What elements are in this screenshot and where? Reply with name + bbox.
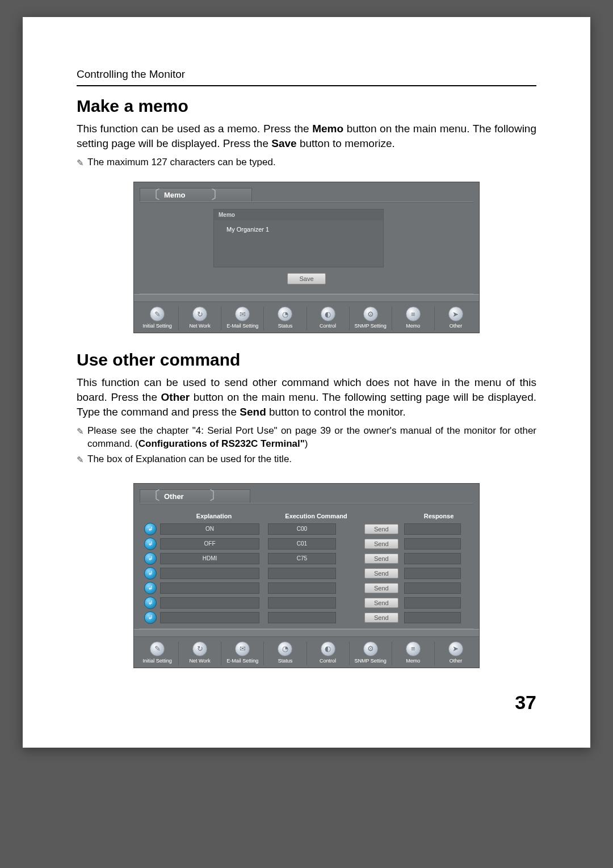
tab-area: 〔 Other 〕 <box>134 484 479 503</box>
table-header: Explanation Execution Command Response <box>143 510 473 522</box>
command-input[interactable]: C00 <box>268 523 336 535</box>
mail-sphere-icon: ✉ <box>235 307 250 321</box>
row-sphere-icon[interactable]: ↲ <box>144 523 157 535</box>
row-sphere-icon[interactable]: ↲ <box>144 597 157 609</box>
command-input[interactable]: C75 <box>268 553 336 564</box>
nav-status[interactable]: ◔Status <box>264 307 306 330</box>
nav-status[interactable]: ◔Status <box>264 641 306 665</box>
nav-memo[interactable]: ≡Memo <box>392 641 435 665</box>
command-input[interactable] <box>268 597 336 609</box>
bracket-icon: 〕 <box>211 191 223 199</box>
explanation-input[interactable]: OFF <box>160 538 259 550</box>
send-button[interactable]: Send <box>364 539 398 549</box>
row-sphere-icon[interactable]: ↲ <box>144 611 157 624</box>
bracket-icon: 〕 <box>209 492 221 500</box>
send-button[interactable]: Send <box>364 598 398 608</box>
document-page: Controlling the Monitor Make a memo This… <box>23 17 590 748</box>
command-input[interactable] <box>268 612 336 623</box>
body-use-other: This function can be used to send other … <box>77 375 536 419</box>
memo-sphere-icon: ≡ <box>406 307 421 321</box>
response-output <box>404 582 461 594</box>
memo-panel-head: Memo <box>214 209 383 220</box>
table-row: ↲ Send <box>143 596 473 610</box>
control-sphere-icon: ◐ <box>321 641 335 656</box>
thick-divider <box>134 294 479 302</box>
note-serial-port: ✎ Please see the chapter "4: Serial Port… <box>77 425 536 451</box>
col-header-explanation: Explanation <box>160 513 268 519</box>
nav-control[interactable]: ◐Control <box>307 641 350 665</box>
table-row: ↲ HDMI C75 Send <box>143 551 473 566</box>
other-screenshot: 〔 Other 〕 Explanation Execution Command … <box>133 483 480 668</box>
bottom-nav: ✎Initial Setting ↻Net Work ✉E-Mail Setti… <box>134 637 479 668</box>
control-sphere-icon: ◐ <box>321 307 335 321</box>
save-button[interactable]: Save <box>287 273 325 284</box>
memo-sphere-icon: ≡ <box>406 641 421 656</box>
bracket-icon: 〔 <box>148 191 161 199</box>
note-max-chars: ✎ The maximum 127 characters can be type… <box>77 156 536 169</box>
response-output <box>404 523 461 535</box>
explanation-input[interactable]: HDMI <box>160 553 259 564</box>
nav-initial-setting[interactable]: ✎Initial Setting <box>136 641 179 665</box>
nav-email-setting[interactable]: ✉E-Mail Setting <box>221 307 264 330</box>
save-row: Save <box>134 273 479 284</box>
nav-other[interactable]: ➤Other <box>435 641 477 665</box>
command-input[interactable] <box>268 582 336 594</box>
tab-area: 〔 Memo 〕 <box>134 182 479 202</box>
pencil-icon: ✎ <box>77 157 84 169</box>
bracket-icon: 〔 <box>148 492 161 500</box>
gear-sphere-icon: ⚙ <box>363 641 378 656</box>
nav-initial-setting[interactable]: ✎Initial Setting <box>136 307 179 330</box>
explanation-input[interactable] <box>160 597 259 609</box>
memo-text[interactable]: My Organizer 1 <box>214 220 383 267</box>
explanation-input[interactable] <box>160 612 259 623</box>
table-row: ↲ Send <box>143 581 473 596</box>
tab-other[interactable]: 〔 Other 〕 <box>140 489 250 503</box>
heading-use-other: Use other command <box>77 350 536 370</box>
row-sphere-icon[interactable]: ↲ <box>144 582 157 594</box>
refresh-sphere-icon: ↻ <box>192 641 207 656</box>
heading-make-memo: Make a memo <box>77 97 536 116</box>
send-button[interactable]: Send <box>364 524 398 534</box>
explanation-input[interactable] <box>160 582 259 594</box>
nav-snmp-setting[interactable]: ⚙SNMP Setting <box>350 307 392 330</box>
memo-screenshot: 〔 Memo 〕 Memo My Organizer 1 Save ✎Initi… <box>133 182 480 333</box>
explanation-input[interactable] <box>160 568 259 579</box>
table-row: ↲ OFF C01 Send <box>143 536 473 551</box>
pencil-sphere-icon: ✎ <box>150 641 165 656</box>
memo-panel: Memo My Organizer 1 <box>213 209 384 267</box>
row-sphere-icon[interactable]: ↲ <box>144 567 157 580</box>
body-make-memo: This function can be used as a memo. Pre… <box>77 121 536 150</box>
explanation-input[interactable]: ON <box>160 523 259 535</box>
send-button[interactable]: Send <box>364 613 398 623</box>
nav-network[interactable]: ↻Net Work <box>179 641 221 665</box>
send-button[interactable]: Send <box>364 583 398 593</box>
tab-memo[interactable]: 〔 Memo 〕 <box>140 188 252 202</box>
col-header-response: Response <box>404 513 473 519</box>
row-sphere-icon[interactable]: ↲ <box>144 538 157 550</box>
table-row: ↲ ON C00 Send <box>143 522 473 536</box>
command-input[interactable] <box>268 568 336 579</box>
refresh-sphere-icon: ↻ <box>192 307 207 321</box>
response-output <box>404 538 461 550</box>
pencil-icon: ✎ <box>77 454 84 466</box>
send-button[interactable]: Send <box>364 553 398 564</box>
response-output <box>404 612 461 623</box>
header-rule <box>77 85 536 86</box>
nav-email-setting[interactable]: ✉E-Mail Setting <box>221 641 264 665</box>
page-number: 37 <box>515 691 536 714</box>
nav-snmp-setting[interactable]: ⚙SNMP Setting <box>350 641 392 665</box>
pencil-icon: ✎ <box>77 426 84 437</box>
nav-other[interactable]: ➤Other <box>435 307 477 330</box>
divider <box>140 503 473 504</box>
nav-memo[interactable]: ≡Memo <box>392 307 435 330</box>
send-button[interactable]: Send <box>364 568 398 578</box>
nav-network[interactable]: ↻Net Work <box>179 307 221 330</box>
status-sphere-icon: ◔ <box>278 307 292 321</box>
row-sphere-icon[interactable]: ↲ <box>144 552 157 565</box>
nav-control[interactable]: ◐Control <box>307 307 350 330</box>
response-output <box>404 553 461 564</box>
mail-sphere-icon: ✉ <box>235 641 250 656</box>
command-input[interactable]: C01 <box>268 538 336 550</box>
gear-sphere-icon: ⚙ <box>363 307 378 321</box>
col-header-command: Execution Command <box>268 513 364 519</box>
